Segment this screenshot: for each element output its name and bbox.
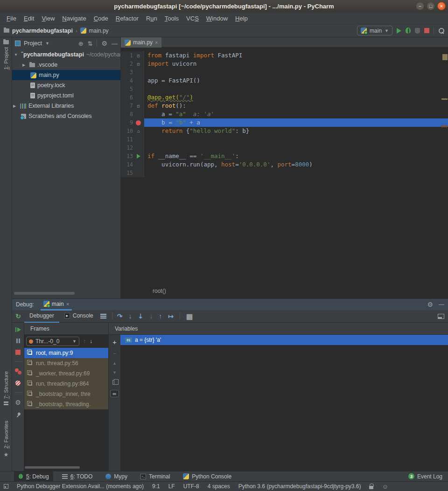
- frame-row[interactable]: run, threading.py:864: [24, 379, 108, 389]
- code-text[interactable]: [144, 68, 448, 76]
- resume-program-icon[interactable]: [15, 327, 21, 332]
- run-button[interactable]: [397, 28, 401, 34]
- menu-view[interactable]: View: [38, 15, 58, 22]
- interpreter[interactable]: Python 3.6 (pycharmdebugfastapi-9cdjtyrg…: [238, 483, 361, 490]
- code-line-2[interactable]: 2⊟import uvicorn: [121, 60, 448, 68]
- menu-code[interactable]: Code: [90, 15, 112, 22]
- execution-line[interactable]: b = "b" + a: [144, 118, 448, 127]
- lock-icon[interactable]: [369, 486, 373, 489]
- line-number[interactable]: 3: [121, 68, 133, 76]
- show-watches-icon[interactable]: ∞: [110, 390, 119, 397]
- pause-program-icon[interactable]: [16, 339, 20, 343]
- stop-button[interactable]: [424, 28, 429, 33]
- editor-tab-main-py[interactable]: main.py ×: [121, 37, 161, 48]
- ide-updates-icon[interactable]: ☺: [382, 483, 388, 490]
- frame-row[interactable]: run, thread.py:56: [24, 358, 108, 368]
- line-number[interactable]: 11: [121, 135, 133, 144]
- line-number[interactable]: 8: [121, 110, 133, 118]
- tab-debugger[interactable]: Debugger: [24, 310, 59, 323]
- horizontal-scrollbar[interactable]: [14, 292, 75, 295]
- project-panel-title[interactable]: Project: [24, 40, 42, 47]
- code-line-4[interactable]: 4app = FastAPI(): [121, 76, 448, 85]
- code-text[interactable]: [144, 144, 448, 152]
- line-number[interactable]: 14: [121, 160, 133, 169]
- status-message[interactable]: Python Debugger Extension Avail... (mome…: [17, 483, 144, 490]
- project-tree-item[interactable]: ▶External Libraries: [12, 101, 120, 111]
- chevron-down-icon[interactable]: ▼: [45, 41, 49, 46]
- menu-refactor[interactable]: Refactor: [112, 15, 142, 22]
- layout-menu-icon[interactable]: [100, 314, 106, 318]
- menu-window[interactable]: Window: [203, 15, 231, 22]
- line-number[interactable]: 2: [121, 60, 133, 68]
- line-separator[interactable]: LF: [168, 483, 175, 490]
- menu-file[interactable]: File: [3, 15, 20, 22]
- code-line-11[interactable]: 11: [121, 135, 448, 144]
- code-text[interactable]: return {"hello world": b}: [144, 127, 448, 135]
- restore-layout-icon[interactable]: [438, 314, 444, 319]
- fold-end-icon[interactable]: ⌂: [137, 129, 140, 134]
- tool-window-button-5-debug[interactable]: 5: Debug: [14, 471, 53, 482]
- line-number[interactable]: 1: [121, 51, 133, 60]
- line-number[interactable]: 9: [121, 118, 133, 127]
- tab-console[interactable]: ▶ Console: [59, 310, 98, 323]
- gutter[interactable]: [133, 169, 144, 177]
- menu-navigate[interactable]: Navigate: [58, 15, 90, 22]
- run-line-icon[interactable]: [137, 154, 140, 159]
- breakpoint-icon[interactable]: [136, 120, 141, 125]
- code-line-14[interactable]: 14 uvicorn.run(app, host='0.0.0.0', port…: [121, 160, 448, 169]
- caret-position[interactable]: 9:1: [152, 483, 160, 490]
- project-tree-item[interactable]: pyproject.toml: [12, 90, 120, 101]
- code-line-9[interactable]: 9 b = "b" + a: [121, 118, 448, 127]
- error-stripe-mark[interactable]: [441, 98, 448, 100]
- debug-session-tab[interactable]: main ×: [41, 299, 72, 311]
- close-button[interactable]: ×: [437, 2, 446, 10]
- move-down-icon[interactable]: ▼: [112, 371, 117, 375]
- hide-panel-icon[interactable]: ―: [439, 301, 444, 308]
- gutter[interactable]: ⊟: [133, 51, 144, 60]
- breadcrumb-project[interactable]: pycharmdebugfastapi: [12, 28, 73, 34]
- toggle-tool-windows-icon[interactable]: [4, 484, 8, 489]
- code-line-5[interactable]: 5: [121, 85, 448, 93]
- code-text[interactable]: import uvicorn: [144, 60, 448, 68]
- code-text[interactable]: if __name__ == '__main__':: [144, 152, 448, 160]
- line-number[interactable]: 10: [121, 127, 133, 135]
- rerun-debug-icon[interactable]: ↻: [15, 312, 21, 320]
- gutter[interactable]: [133, 152, 144, 160]
- code-line-10[interactable]: 10⌂ return {"hello world": b}: [121, 127, 448, 135]
- move-up-icon[interactable]: ▲: [112, 361, 117, 366]
- duplicate-watch-icon[interactable]: [112, 380, 117, 385]
- code-text[interactable]: [144, 169, 448, 177]
- gutter[interactable]: [133, 68, 144, 76]
- code-line-6[interactable]: 6@app.get("/"): [121, 93, 448, 102]
- code-text[interactable]: uvicorn.run(app, host='0.0.0.0', port=80…: [144, 160, 448, 169]
- code-text[interactable]: from fastapi import FastAPI: [144, 51, 448, 60]
- force-step-into-icon[interactable]: ↓: [149, 313, 153, 319]
- close-icon[interactable]: ×: [155, 40, 158, 45]
- frame-row[interactable]: _worker, thread.py:69: [24, 368, 108, 379]
- frame-row[interactable]: _bootstrap, threading.: [24, 399, 108, 409]
- tool-window-button-mypy[interactable]: Mypy: [101, 471, 132, 482]
- event-log-button[interactable]: 3 Event Log: [408, 473, 442, 480]
- code-text[interactable]: [144, 85, 448, 93]
- view-breakpoints-icon[interactable]: [15, 368, 21, 374]
- gutter[interactable]: [133, 85, 144, 93]
- search-everywhere-icon[interactable]: [438, 28, 444, 34]
- stop-icon[interactable]: [15, 350, 21, 355]
- frame-row[interactable]: root, main.py:9: [24, 348, 108, 358]
- gear-icon[interactable]: ⚙: [15, 399, 21, 406]
- file-encoding[interactable]: UTF-8: [183, 483, 199, 490]
- hide-panel-icon[interactable]: ―: [112, 40, 118, 47]
- run-with-coverage-icon[interactable]: [415, 28, 420, 34]
- tool-button-favorites[interactable]: 2: Favorites ★: [0, 421, 12, 458]
- debug-button[interactable]: [406, 28, 411, 34]
- minimize-button[interactable]: −: [416, 2, 424, 10]
- tool-window-button-python-console[interactable]: Python Console: [179, 471, 236, 482]
- thread-selector[interactable]: Thr...-0_0 ▼: [26, 337, 79, 346]
- line-number[interactable]: 13: [121, 152, 133, 160]
- editor-breadcrumb[interactable]: root(): [153, 288, 166, 294]
- code-line-1[interactable]: 1⊟from fastapi import FastAPI: [121, 51, 448, 60]
- breadcrumb-file[interactable]: main.py: [89, 28, 109, 34]
- maximize-button[interactable]: □: [427, 2, 435, 10]
- line-number[interactable]: 15: [121, 169, 133, 177]
- menu-tools[interactable]: Tools: [161, 15, 182, 22]
